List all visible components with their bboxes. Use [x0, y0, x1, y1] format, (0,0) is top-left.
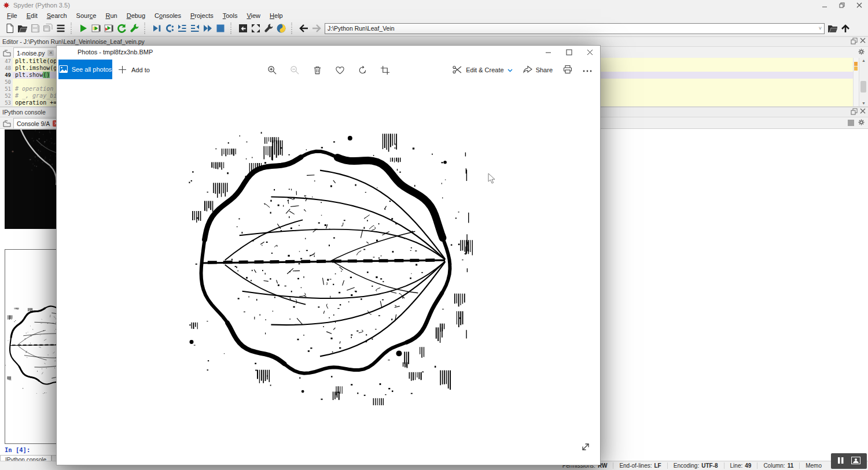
scrollbar-flag-strip [853, 58, 859, 106]
leaf-vein-binary-image [185, 129, 473, 405]
console-options-gear-icon[interactable] [858, 118, 865, 128]
browse-directory-icon[interactable] [826, 22, 839, 35]
editor-pane-title: Editor - J:\Python Run\Leaf_Vein\noise_L… [2, 38, 145, 45]
crop-icon[interactable] [380, 65, 390, 75]
menu-help[interactable]: Help [265, 12, 288, 20]
editor-options-gear-icon[interactable] [858, 47, 865, 58]
save-icon[interactable] [29, 22, 42, 35]
forward-icon[interactable] [310, 22, 323, 35]
zoom-in-icon[interactable] [267, 65, 277, 75]
file-switcher-icon[interactable] [54, 22, 67, 35]
share-label: Share [536, 66, 553, 73]
menu-search[interactable]: Search [42, 12, 72, 20]
open-folder-icon[interactable] [16, 22, 29, 35]
line-number: 51 [0, 86, 11, 92]
see-more-icon[interactable] [583, 66, 592, 73]
interrupt-kernel-icon[interactable] [848, 118, 854, 128]
chevron-down-icon [507, 66, 513, 73]
status-end-of-lines: End-of-lines:LF [613, 462, 667, 469]
undock-pane-icon[interactable] [851, 108, 858, 116]
line-number-gutter: 47484950515253 [0, 58, 13, 106]
rerun-icon[interactable] [115, 22, 128, 35]
undock-pane-icon[interactable] [851, 38, 858, 46]
spyder-logo-icon [3, 2, 10, 9]
back-icon[interactable] [297, 22, 310, 35]
max-pane-icon[interactable] [237, 22, 249, 35]
warning-flag [854, 66, 858, 71]
console-tab-label: Console 9/A [17, 120, 50, 127]
menu-source[interactable]: Source [72, 12, 101, 20]
maximize-icon[interactable] [558, 46, 579, 58]
browse-tabs-icon[interactable] [2, 48, 12, 57]
menu-projects[interactable]: Projects [186, 12, 218, 20]
browse-tabs-icon[interactable] [2, 119, 12, 128]
line-number: 50 [0, 79, 11, 86]
edit-create-button[interactable]: Edit & Create [453, 65, 512, 75]
scrollbar-thumb[interactable] [860, 81, 866, 92]
line-number: 47 [0, 58, 11, 65]
run-icon[interactable] [77, 22, 90, 35]
warning-flag [854, 62, 858, 66]
continue-icon[interactable] [201, 22, 214, 35]
close-tab-icon[interactable]: ✕ [47, 50, 54, 56]
fullscreen-icon[interactable] [249, 22, 262, 35]
chevron-down-icon[interactable]: ˅ [819, 25, 824, 31]
step-into-icon[interactable] [176, 22, 189, 35]
line-number: 49 [0, 72, 11, 79]
restore-icon[interactable] [833, 0, 851, 10]
run-cell-advance-icon[interactable] [102, 22, 115, 35]
working-directory-value: J:\Python Run\Leaf_Vein [328, 25, 395, 32]
close-pane-icon[interactable] [860, 38, 866, 46]
console-tab[interactable]: Console 9/A ✕ [13, 118, 62, 128]
edit-create-label: Edit & Create [466, 66, 503, 73]
menu-debug[interactable]: Debug [122, 12, 150, 20]
working-directory-combobox[interactable]: J:\Python Run\Leaf_Vein ˅ [325, 23, 825, 34]
editor-scrollbar[interactable]: ▲ ▼ [859, 58, 868, 106]
menu-tools[interactable]: Tools [218, 12, 242, 20]
main-toolbar: J:\Python Run\Leaf_Vein ˅ [0, 21, 868, 36]
delete-icon[interactable] [312, 65, 322, 75]
wrench-icon[interactable] [262, 22, 275, 35]
run-config-icon[interactable] [128, 22, 141, 35]
resize-diagonal-icon[interactable] [580, 442, 591, 454]
pause-icon[interactable] [837, 456, 844, 467]
step-out-icon[interactable] [189, 22, 201, 35]
run-line-icon[interactable] [163, 22, 176, 35]
rotate-icon[interactable] [358, 65, 367, 75]
editor-tab[interactable]: 1-noise.py ✕ [13, 47, 57, 58]
parent-directory-icon[interactable] [839, 22, 852, 35]
status-memo: Memo [800, 462, 827, 469]
scroll-down-icon[interactable]: ▼ [859, 101, 868, 106]
console-figure-dark [5, 129, 56, 229]
menu-file[interactable]: File [2, 12, 22, 20]
print-icon[interactable] [563, 65, 572, 75]
menu-edit[interactable]: Edit [22, 12, 42, 20]
photo-viewer-canvas [57, 82, 600, 465]
debug-icon[interactable] [150, 22, 163, 35]
close-pane-icon[interactable] [860, 108, 866, 116]
favorite-icon[interactable] [335, 65, 345, 75]
console-pane-title: IPython console [2, 109, 46, 116]
python-icon[interactable] [275, 22, 288, 35]
share-button[interactable]: Share [523, 65, 553, 75]
zoom-out-icon[interactable] [290, 65, 300, 75]
run-cell-icon[interactable] [90, 22, 102, 35]
minimize-icon[interactable] [538, 46, 558, 58]
ipython-prompt: In [4]: [5, 446, 30, 453]
close-icon[interactable] [851, 0, 868, 10]
close-icon[interactable] [579, 46, 600, 58]
save-all-icon[interactable] [42, 22, 54, 35]
minimize-icon[interactable] [816, 0, 833, 10]
line-number: 52 [0, 92, 11, 99]
menu-view[interactable]: View [242, 12, 265, 20]
mouse-cursor [488, 173, 496, 187]
stop-icon[interactable] [214, 22, 227, 35]
toolbar-divider [230, 23, 234, 34]
share-icon [523, 65, 532, 75]
menu-consoles[interactable]: Consoles [150, 12, 186, 20]
new-file-icon[interactable] [3, 22, 16, 35]
menu-run[interactable]: Run [101, 12, 122, 20]
scroll-up-icon[interactable]: ▲ [859, 58, 868, 64]
photos-titlebar: Photos - tmpl8fzx3nb.BMP [57, 46, 600, 58]
snapshot-icon[interactable] [851, 456, 860, 467]
